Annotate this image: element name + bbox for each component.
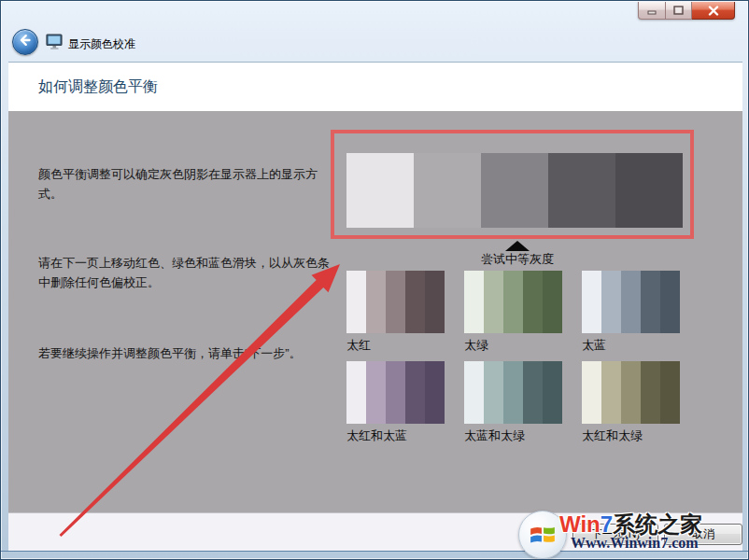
color-stripe: [405, 271, 425, 333]
swatch-sample: 太红和太绿: [582, 361, 680, 443]
swatch-label: 太红: [346, 338, 445, 353]
color-stripe: [503, 361, 523, 424]
color-stripe: [414, 153, 481, 228]
color-stripe: [386, 271, 405, 333]
swatch-stripes: [464, 361, 562, 424]
color-stripe: [346, 153, 414, 228]
swatch-sample: 太红和太蓝: [346, 361, 445, 443]
color-stripe: [621, 271, 641, 333]
pointer-triangle-icon: [505, 241, 530, 251]
page-title: 如何调整颜色平衡: [38, 77, 158, 97]
swatch-stripes: [464, 271, 562, 333]
swatch-label: 太红和太绿: [582, 428, 680, 443]
swatch-label: 太蓝和太绿: [464, 428, 562, 443]
next-button[interactable]: 下一步(N): [572, 524, 658, 545]
swatch-label: 太红和太蓝: [346, 428, 445, 443]
color-stripe: [425, 361, 445, 424]
color-stripe: [582, 361, 601, 424]
swatch-sample: 太红: [346, 271, 445, 353]
breadcrumb-title: 显示颜色校准: [68, 36, 135, 52]
gray-balance-strip: [346, 153, 683, 228]
swatch-grid: 太红太绿太蓝太红和太蓝太蓝和太绿太红和太绿: [346, 271, 680, 443]
close-button[interactable]: [692, 2, 735, 20]
color-stripe: [523, 361, 543, 424]
swatch-sample: 太蓝: [582, 271, 680, 353]
swatch-sample: 太蓝和太绿: [464, 361, 562, 443]
color-stripe: [425, 271, 445, 333]
maximize-button[interactable]: [666, 2, 692, 20]
display-monitor-icon: [46, 34, 64, 50]
color-stripe: [523, 271, 543, 333]
instruction-paragraph-3: 若要继续操作并调整颜色平衡，请单击“下一步”。: [38, 343, 339, 363]
display-color-calibration-window: 显示颜色校准 如何调整颜色平衡 颜色平衡调整可以确定灰色阴影在显示器上的显示方式…: [0, 0, 749, 560]
color-stripe: [582, 271, 601, 333]
color-stripe: [484, 361, 503, 424]
color-stripe: [601, 271, 621, 333]
color-stripe: [548, 153, 615, 228]
color-stripe: [386, 361, 405, 424]
color-stripe: [641, 271, 660, 333]
window-frame-line: [1, 551, 749, 552]
color-stripe: [660, 271, 680, 333]
color-stripe: [405, 361, 425, 424]
swatch-label: 太绿: [464, 338, 562, 353]
close-icon: [708, 6, 719, 16]
color-stripe: [346, 271, 366, 333]
color-stripe: [366, 361, 386, 424]
back-button[interactable]: [12, 29, 38, 55]
swatch-sample: 太绿: [464, 271, 562, 353]
swatch-stripes: [582, 361, 680, 424]
color-stripe: [601, 361, 621, 424]
pointer-label: 尝试中等灰度: [440, 251, 595, 268]
color-stripe: [346, 361, 366, 424]
swatch-stripes: [346, 271, 445, 333]
instruction-paragraph-2: 请在下一页上移动红色、绿色和蓝色滑块，以从灰色条中删除任何色偏校正。: [38, 253, 339, 292]
maximize-icon: [673, 6, 684, 15]
color-stripe: [615, 153, 683, 228]
color-stripe: [621, 361, 641, 424]
minimize-button[interactable]: [638, 2, 666, 20]
heading-band: 如何调整颜色平衡: [8, 62, 742, 111]
color-stripe: [484, 271, 503, 333]
color-stripe: [641, 361, 660, 424]
color-stripe: [543, 361, 562, 424]
swatch-stripes: [346, 361, 445, 424]
minimize-icon: [647, 7, 657, 15]
swatch-label: 太蓝: [582, 338, 680, 353]
swatch-stripes: [582, 271, 680, 333]
color-stripe: [543, 271, 562, 333]
instruction-paragraph-1: 颜色平衡调整可以确定灰色阴影在显示器上的显示方式。: [38, 164, 339, 203]
color-stripe: [464, 271, 484, 333]
window-controls: [638, 2, 735, 20]
footer-bar: 下一步(N) 取消: [8, 512, 742, 551]
content-area: 颜色平衡调整可以确定灰色阴影在显示器上的显示方式。 请在下一页上移动红色、绿色和…: [8, 111, 742, 512]
color-stripe: [481, 153, 548, 228]
color-stripe: [503, 271, 523, 333]
back-arrow-icon: [16, 31, 35, 53]
color-stripe: [660, 361, 680, 424]
color-stripe: [464, 361, 484, 424]
color-stripe: [366, 271, 386, 333]
cancel-button[interactable]: 取消: [664, 524, 742, 545]
